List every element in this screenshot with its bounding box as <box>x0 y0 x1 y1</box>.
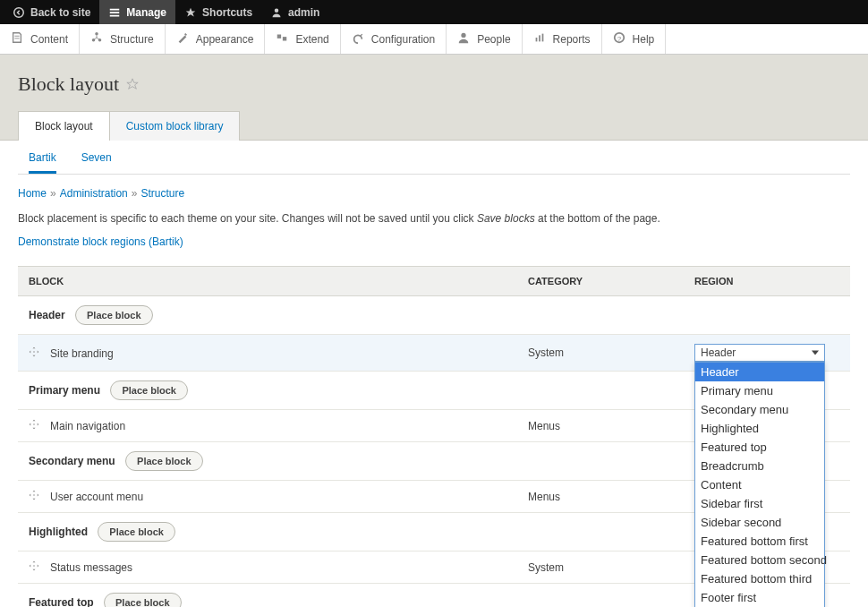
manage-button[interactable]: Manage <box>99 0 175 24</box>
favorite-star-icon[interactable] <box>126 73 139 96</box>
admin-menu-people[interactable]: People <box>447 24 522 54</box>
block-category: Menus <box>517 481 684 513</box>
manage-label: Manage <box>126 6 166 19</box>
user-label: admin <box>288 6 319 19</box>
select-option[interactable]: Highlighted <box>695 419 824 438</box>
theme-tab-bartik[interactable]: Bartik <box>29 151 56 174</box>
admin-menu-label: Help <box>633 33 655 46</box>
structure-icon <box>90 31 103 47</box>
shortcuts-button[interactable]: Shortcuts <box>175 0 261 24</box>
block-region-cell: HeaderHeaderPrimary menuSecondary menuHi… <box>684 335 850 372</box>
block-table: BLOCK CATEGORY REGION Header Place block… <box>18 266 850 607</box>
admin-menu-reports[interactable]: Reports <box>523 24 602 54</box>
place-block-button[interactable]: Place block <box>110 380 188 400</box>
svg-point-2 <box>95 32 98 36</box>
description-pre: Block placement is specific to each them… <box>18 212 477 225</box>
th-category: CATEGORY <box>517 267 684 296</box>
admin-menu-label: Configuration <box>371 33 435 46</box>
breadcrumb-link[interactable]: Structure <box>140 187 184 200</box>
svg-rect-5 <box>277 35 281 38</box>
select-option[interactable]: Secondary menu <box>695 400 824 419</box>
region-name: Secondary menu <box>29 455 115 467</box>
back-to-site-button[interactable]: Back to site <box>4 0 99 24</box>
page-description: Block placement is specific to each them… <box>18 212 850 225</box>
admin-menu-configuration[interactable]: Configuration <box>341 24 447 54</box>
select-option[interactable]: Sidebar second <box>695 513 824 532</box>
svg-point-0 <box>14 7 24 17</box>
tab-custom-block-library[interactable]: Custom block library <box>110 111 241 141</box>
description-em: Save blocks <box>477 212 535 225</box>
th-region: REGION <box>684 267 850 296</box>
star-icon <box>184 6 197 19</box>
place-block-button[interactable]: Place block <box>98 522 175 542</box>
select-option[interactable]: Footer first <box>695 588 824 607</box>
breadcrumb-separator: » <box>128 187 141 200</box>
region-select-value[interactable]: Header <box>694 344 825 362</box>
tab-block-layout[interactable]: Block layout <box>18 111 110 141</box>
user-icon <box>270 6 283 19</box>
content-icon <box>11 31 23 47</box>
breadcrumb: Home»Administration»Structure <box>18 187 850 200</box>
admin-menu-help[interactable]: ?Help <box>602 24 667 54</box>
region-select-list: HeaderPrimary menuSecondary menuHighligh… <box>694 362 825 607</box>
move-handle-icon[interactable] <box>29 419 41 432</box>
move-handle-icon[interactable] <box>29 346 41 359</box>
region-select[interactable]: HeaderHeaderPrimary menuSecondary menuHi… <box>694 344 825 362</box>
region-row: Header Place block <box>18 296 850 335</box>
hamburger-icon <box>108 6 121 19</box>
breadcrumb-link[interactable]: Home <box>18 187 47 200</box>
block-row: Site brandingSystemHeaderHeaderPrimary m… <box>18 335 850 372</box>
tab-underline <box>18 174 850 175</box>
back-icon <box>13 6 25 19</box>
admin-menu-structure[interactable]: Structure <box>80 24 166 54</box>
top-toolbar: Back to site Manage Shortcuts admin <box>0 0 868 24</box>
block-name: User account menu <box>50 491 143 503</box>
region-name: Featured top <box>29 596 94 607</box>
place-block-button[interactable]: Place block <box>75 305 153 325</box>
block-name: Status messages <box>50 561 132 574</box>
block-category: System <box>517 551 684 584</box>
select-option[interactable]: Breadcrumb <box>695 457 824 475</box>
demo-regions-link[interactable]: Demonstrate block regions (Bartik) <box>18 235 183 248</box>
admin-menu-extend[interactable]: Extend <box>265 24 340 54</box>
svg-text:?: ? <box>617 35 621 43</box>
svg-rect-6 <box>283 37 286 40</box>
select-option[interactable]: Featured bottom second <box>695 551 824 569</box>
move-handle-icon[interactable] <box>29 560 41 573</box>
block-name: Site branding <box>50 347 114 360</box>
extend-icon <box>276 31 288 47</box>
appearance-icon <box>176 31 189 47</box>
breadcrumb-link[interactable]: Administration <box>60 187 128 200</box>
svg-point-1 <box>275 8 279 13</box>
svg-point-16 <box>33 565 35 567</box>
description-post: at the bottom of the page. <box>535 212 660 225</box>
move-handle-icon[interactable] <box>29 490 41 502</box>
svg-point-13 <box>33 351 35 353</box>
select-option[interactable]: Featured bottom third <box>695 569 824 588</box>
select-option[interactable]: Sidebar first <box>695 494 824 513</box>
svg-rect-10 <box>541 34 543 42</box>
secondary-tabs: BartikSeven <box>18 141 850 174</box>
page-title: Block layout <box>18 73 850 96</box>
primary-tabs: Block layoutCustom block library <box>18 110 850 140</box>
user-button[interactable]: admin <box>261 0 328 24</box>
select-option[interactable]: Content <box>695 475 824 494</box>
page-title-text: Block layout <box>18 73 119 96</box>
block-name: Main navigation <box>50 420 125 432</box>
content-area: BartikSeven Home»Administration»Structur… <box>0 141 868 607</box>
theme-tab-seven[interactable]: Seven <box>81 151 112 174</box>
people-icon <box>457 31 470 47</box>
place-block-button[interactable]: Place block <box>104 593 182 607</box>
admin-menu-label: Appearance <box>196 33 254 46</box>
select-option[interactable]: Primary menu <box>695 381 824 400</box>
breadcrumb-separator: » <box>47 187 60 200</box>
help-icon: ? <box>613 31 625 47</box>
select-option[interactable]: Header <box>695 363 824 381</box>
select-option[interactable]: Featured top <box>695 438 824 457</box>
place-block-button[interactable]: Place block <box>125 451 203 471</box>
admin-menu-content[interactable]: Content <box>0 24 80 54</box>
page-header: Block layout Block layoutCustom block li… <box>0 55 868 141</box>
select-option[interactable]: Featured bottom first <box>695 532 824 551</box>
admin-menu-appearance[interactable]: Appearance <box>166 24 266 54</box>
admin-menu-label: People <box>477 33 510 46</box>
